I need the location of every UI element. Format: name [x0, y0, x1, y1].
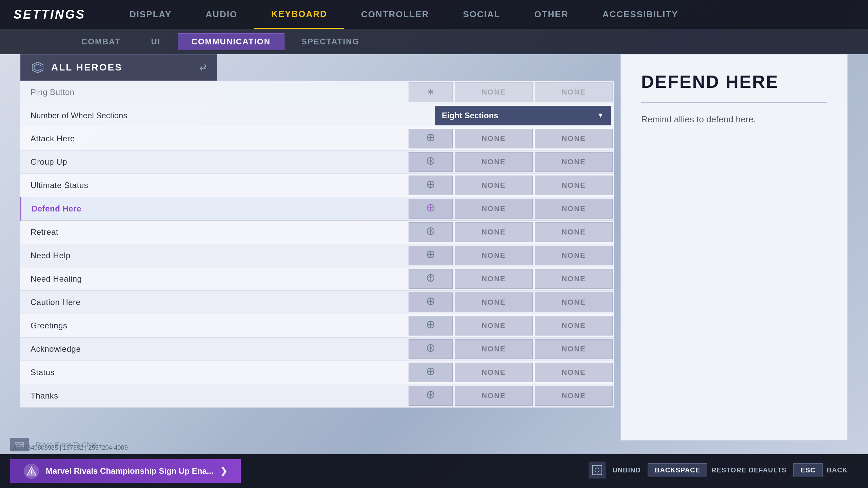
attack-here-keybind[interactable] [409, 129, 453, 148]
backspace-key: BACKSPACE [648, 463, 707, 477]
top-nav-bar: SETTINGS DISPLAY AUDIO KEYBOARD CONTROLL… [0, 0, 868, 29]
need-help-none-1[interactable]: NONE [455, 246, 533, 265]
settings-logo: SETTINGS [14, 7, 85, 22]
nav-tab-social[interactable]: SOCIAL [446, 0, 517, 29]
defend-key-icon [426, 203, 435, 215]
thanks-row: Thanks NONE NONE [20, 384, 614, 408]
sub-tab-ui[interactable]: UI [138, 34, 174, 50]
sub-nav-bar: COMBAT UI COMMUNICATION SPECTATING [0, 29, 868, 54]
svg-marker-29 [429, 275, 432, 277]
sub-tab-combat[interactable]: COMBAT [68, 34, 134, 50]
nav-tab-controller[interactable]: CONTROLLER [344, 0, 446, 29]
svg-point-53 [595, 468, 599, 472]
group-up-label: Group Up [20, 157, 408, 167]
retreat-none-1[interactable]: NONE [455, 222, 533, 242]
caution-here-keybind[interactable] [409, 292, 453, 312]
nav-tab-display[interactable]: DISPLAY [113, 0, 189, 29]
main-content: ALL HEROES ⇄ Ping Button ✱ NONE NONE Num… [20, 54, 614, 441]
need-help-keybind[interactable] [409, 246, 453, 265]
acknowledge-key-icon [426, 343, 435, 355]
greetings-key-icon [426, 320, 435, 331]
status-keybind[interactable] [409, 363, 453, 382]
nav-tab-keyboard[interactable]: KEYBOARD [254, 0, 344, 29]
ultimate-status-row: Ultimate Status NONE NONE [20, 174, 614, 197]
svg-point-9 [430, 160, 432, 162]
ping-none-1[interactable]: NONE [455, 82, 533, 102]
caution-here-none-1[interactable]: NONE [455, 292, 533, 312]
notification-banner[interactable]: ! Marvel Rivals Championship Sign Up Ena… [10, 459, 241, 483]
ping-key-icon: ✱ [428, 88, 434, 97]
esc-back-control[interactable]: ESC BACK [793, 463, 848, 477]
notification-arrow-icon: ❯ [220, 466, 227, 476]
retreat-row: Retreat NONE NONE [20, 221, 614, 244]
sub-tab-spectating[interactable]: SPECTATING [288, 34, 373, 50]
need-healing-none-2[interactable]: NONE [535, 269, 613, 289]
caution-here-row: Caution Here NONE NONE [20, 291, 614, 314]
attack-here-none-2[interactable]: NONE [535, 129, 613, 148]
thanks-none-2[interactable]: NONE [535, 386, 613, 406]
group-up-keybind[interactable] [409, 152, 453, 172]
ultimate-status-none-2[interactable]: NONE [535, 176, 613, 195]
acknowledge-keybind[interactable] [409, 339, 453, 359]
thanks-keybind[interactable] [409, 386, 453, 406]
defend-here-keybind[interactable] [409, 199, 453, 219]
ultimate-status-none-1[interactable]: NONE [455, 176, 533, 195]
defend-here-none-1[interactable]: NONE [455, 199, 533, 219]
status-none-2[interactable]: NONE [535, 363, 613, 382]
greetings-none-1[interactable]: NONE [455, 316, 533, 336]
thanks-none-1[interactable]: NONE [455, 386, 533, 406]
greetings-none-2[interactable]: NONE [535, 316, 613, 336]
svg-text:!: ! [31, 469, 32, 475]
minimap-icon [589, 462, 606, 479]
restore-defaults-label: RESTORE DEFAULTS [711, 466, 787, 474]
defend-here-none-2[interactable]: NONE [535, 199, 613, 219]
nav-tab-other[interactable]: OTHER [517, 0, 586, 29]
need-help-label: Need Help [20, 251, 408, 260]
notification-icon: ! [24, 464, 39, 479]
acknowledge-none-1[interactable]: NONE [455, 339, 533, 359]
defend-here-title: DEFEND HERE [641, 72, 827, 103]
svg-point-13 [430, 183, 432, 185]
status-none-1[interactable]: NONE [455, 363, 533, 382]
need-healing-keybind[interactable] [409, 269, 453, 289]
ping-button-label: Ping Button [20, 87, 408, 97]
greetings-row: Greetings NONE NONE [20, 314, 614, 338]
caution-key-icon [426, 297, 435, 308]
greetings-keybind[interactable] [409, 316, 453, 336]
status-key-icon [426, 367, 435, 378]
hero-selector[interactable]: ALL HEROES ⇄ [20, 54, 217, 81]
need-help-key-icon [426, 250, 435, 261]
unbind-control[interactable]: UNBIND [612, 466, 641, 474]
status-row: Status NONE NONE [20, 361, 614, 384]
acknowledge-label: Acknowledge [20, 344, 408, 354]
ping-button-row: Ping Button ✱ NONE NONE [20, 81, 614, 104]
status-label: Status [20, 368, 408, 377]
settings-table-container: Ping Button ✱ NONE NONE Number of Wheel … [20, 81, 614, 408]
ping-button-keybind[interactable]: ✱ [409, 82, 453, 102]
nav-tab-accessibility[interactable]: ACCESSIBILITY [586, 0, 695, 29]
ultimate-status-keybind[interactable] [409, 176, 453, 195]
retreat-keybind[interactable] [409, 222, 453, 242]
retreat-label: Retreat [20, 227, 408, 237]
ultimate-key-icon [426, 180, 435, 191]
wheel-sections-dropdown[interactable]: Eight Sections ▼ [435, 106, 611, 125]
group-up-none-1[interactable]: NONE [455, 152, 533, 172]
backspace-control[interactable]: BACKSPACE RESTORE DEFAULTS [648, 463, 787, 477]
nav-tabs: DISPLAY AUDIO KEYBOARD CONTROLLER SOCIAL… [113, 0, 854, 29]
acknowledge-none-2[interactable]: NONE [535, 339, 613, 359]
attack-key-icon [426, 133, 435, 144]
need-help-none-2[interactable]: NONE [535, 246, 613, 265]
group-up-none-2[interactable]: NONE [535, 152, 613, 172]
ping-none-2[interactable]: NONE [535, 82, 613, 102]
need-healing-key-icon [426, 273, 435, 285]
defend-here-label: Defend Here [21, 204, 408, 214]
right-panel: DEFEND HERE Remind allies to defend here… [620, 54, 848, 441]
need-healing-label: Need Healing [20, 274, 408, 284]
retreat-none-2[interactable]: NONE [535, 222, 613, 242]
sub-tab-communication[interactable]: COMMUNICATION [178, 33, 285, 50]
nav-tab-audio[interactable]: AUDIO [189, 0, 254, 29]
attack-here-none-1[interactable]: NONE [455, 129, 533, 148]
hero-icon [31, 61, 44, 74]
need-healing-none-1[interactable]: NONE [455, 269, 533, 289]
caution-here-none-2[interactable]: NONE [535, 292, 613, 312]
